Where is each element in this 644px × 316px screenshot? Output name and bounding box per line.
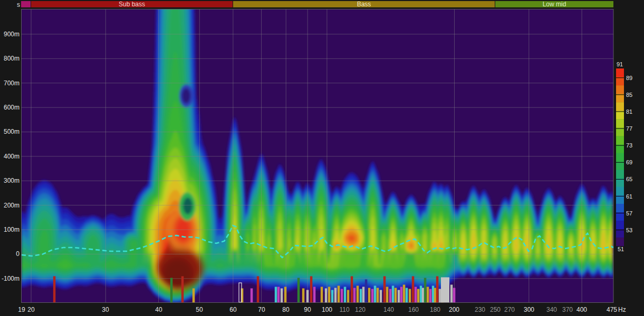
svg-text:0: 0 [16,250,20,258]
svg-text:400: 400 [576,306,587,313]
svg-text:50: 50 [196,306,203,313]
svg-text:61: 61 [626,193,632,200]
svg-text:100m: 100m [4,226,20,233]
svg-text:475: 475 [607,306,617,313]
svg-text:300: 300 [524,306,534,313]
svg-text:53: 53 [626,227,632,233]
svg-text:230: 230 [475,306,485,313]
svg-text:30: 30 [102,306,109,313]
svg-text:340: 340 [546,306,557,313]
svg-text:40: 40 [155,306,162,313]
svg-text:Hz: Hz [618,306,626,313]
svg-text:Bass: Bass [357,1,371,8]
svg-text:73: 73 [626,142,632,149]
svg-text:85: 85 [626,92,632,98]
svg-text:370: 370 [562,306,573,313]
svg-text:300m: 300m [4,177,20,184]
svg-text:100: 100 [322,306,332,313]
svg-text:70: 70 [258,306,265,313]
svg-text:200: 200 [449,306,459,313]
svg-text:60: 60 [229,306,237,313]
svg-text:110: 110 [339,306,349,313]
svg-text:57: 57 [626,210,632,216]
svg-text:200m: 200m [4,202,20,209]
svg-text:s: s [17,1,20,8]
svg-text:600m: 600m [4,104,20,111]
svg-text:90: 90 [304,306,311,313]
svg-text:140: 140 [383,306,394,313]
svg-text:-100m: -100m [2,275,20,282]
svg-text:81: 81 [626,108,632,115]
svg-text:65: 65 [626,176,632,182]
svg-text:Low mid: Low mid [543,1,566,8]
svg-text:51: 51 [618,246,624,252]
svg-text:900m: 900m [4,31,20,38]
svg-text:120: 120 [355,306,366,313]
svg-text:400m: 400m [4,153,20,160]
svg-text:270: 270 [504,306,515,313]
svg-text:160: 160 [408,306,419,313]
svg-text:500m: 500m [4,128,20,135]
svg-text:91: 91 [617,61,623,67]
svg-text:77: 77 [626,125,632,132]
svg-text:250: 250 [490,306,501,313]
svg-text:180: 180 [430,306,440,313]
svg-text:80: 80 [282,306,290,313]
svg-text:20: 20 [27,306,35,313]
svg-text:Sub bass: Sub bass [119,1,145,8]
svg-text:89: 89 [626,75,632,81]
svg-text:800m: 800m [4,55,20,62]
svg-text:19: 19 [18,306,25,313]
svg-text:700m: 700m [4,80,20,87]
svg-text:69: 69 [626,159,632,165]
